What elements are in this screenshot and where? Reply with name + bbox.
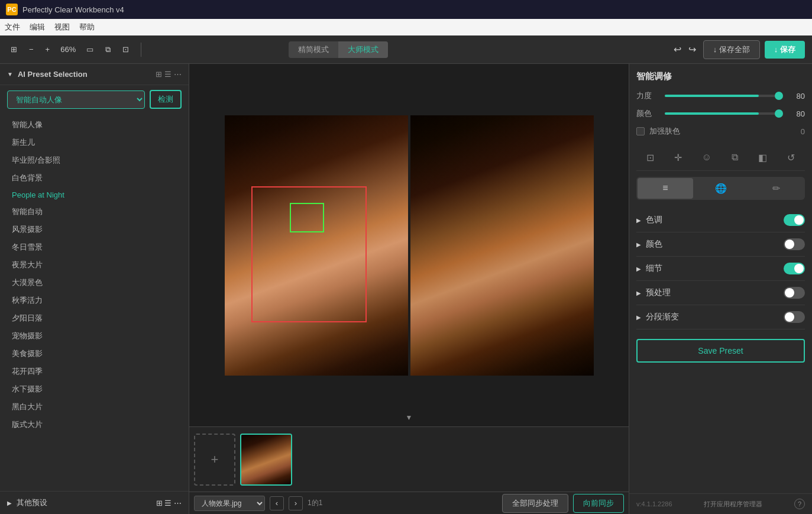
color-track[interactable] [665, 112, 782, 115]
preprocess-toggle[interactable] [784, 287, 805, 299]
detect-button[interactable]: 检测 [150, 90, 182, 109]
toolbar-right: ↩ ↪ ↓ 保存全部 ↓ 保存 [671, 40, 805, 59]
split-view-button[interactable]: ⧉ [102, 43, 114, 57]
tone-toggle[interactable] [784, 214, 805, 226]
sync-all-button[interactable]: 全部同步处理 [502, 494, 568, 513]
compare-view-button[interactable]: ⊡ [119, 43, 132, 56]
preset-item[interactable]: 秋季活力 [0, 292, 189, 309]
tab-globe[interactable]: 🌐 [693, 178, 749, 199]
preset-item[interactable]: 水下摄影 [0, 380, 189, 398]
menu-file[interactable]: 文件 [5, 22, 20, 33]
align-icon[interactable]: ✛ [671, 150, 685, 166]
mode-master-button[interactable]: 大师模式 [338, 41, 388, 58]
section-gradient[interactable]: ▶ 分段渐变 [636, 305, 805, 329]
save-preset-button[interactable]: Save Preset [636, 339, 805, 363]
detail-toggle[interactable] [784, 263, 805, 274]
preset-item[interactable]: 智能人像 [0, 116, 189, 134]
section-color[interactable]: ▶ 颜色 [636, 232, 805, 257]
single-view-button[interactable]: ▭ [83, 43, 97, 56]
mode-simple-button[interactable]: 精简模式 [289, 41, 338, 58]
color-thumb[interactable] [775, 109, 783, 118]
filmstrip-thumb-1[interactable] [240, 434, 292, 486]
version-text: v:4.1.1.2286 [636, 500, 672, 507]
strength-track[interactable] [665, 95, 782, 97]
gradient-toggle-knob [785, 312, 794, 322]
fit-screen-button[interactable]: ⊞ [7, 43, 21, 56]
undo-button[interactable]: ↩ [671, 41, 684, 57]
preset-item[interactable]: 美食摄影 [0, 345, 189, 363]
preset-item[interactable]: 宠物摄影 [0, 327, 189, 345]
file-selector[interactable]: 人物效果.jpg [194, 496, 265, 511]
canvas-area[interactable]: ▼ [189, 64, 629, 426]
add-image-button[interactable]: + [194, 434, 235, 486]
preset-view-icons: ⊞ ☰ ⋯ [156, 70, 182, 79]
open-manager-text[interactable]: 打开应用程序管理器 [704, 500, 762, 509]
next-image-button[interactable]: › [289, 496, 303, 510]
preprocess-toggle-knob [785, 288, 794, 298]
other-list-view-icon[interactable]: ☰ [164, 499, 172, 507]
after-image-panel [410, 115, 594, 376]
more-options-icon[interactable]: ⋯ [174, 70, 182, 79]
section-preprocess[interactable]: ▶ 预处理 [636, 281, 805, 305]
grid-view-icon[interactable]: ⊞ [156, 70, 162, 79]
ai-preset-select[interactable]: 智能自动人像 [7, 90, 145, 109]
preset-item[interactable]: 夕阳日落 [0, 309, 189, 327]
strength-thumb[interactable] [775, 92, 783, 100]
app-icon: PC [6, 4, 18, 15]
thumb-image-1 [241, 435, 291, 484]
tab-sliders[interactable]: ≡ [638, 178, 693, 199]
bottombar: 人物效果.jpg ‹ › 1的1 全部同步处理 向前同步 [189, 492, 629, 514]
other-presets-section[interactable]: ▶ 其他预设 ⊞ ☰ ⋯ [0, 491, 189, 514]
scroll-indicator: ▼ [406, 413, 413, 422]
preset-item[interactable]: 夜景大片 [0, 256, 189, 274]
rotate-icon[interactable]: ↺ [784, 150, 798, 166]
prev-image-button[interactable]: ‹ [270, 496, 284, 510]
other-grid-view-icon[interactable]: ⊞ [156, 499, 163, 507]
preset-item[interactable]: 花开四季 [0, 363, 189, 380]
help-icon[interactable]: ? [794, 499, 805, 509]
before-image [225, 115, 408, 376]
preset-item[interactable]: 冬日雪景 [0, 238, 189, 256]
menu-help[interactable]: 帮助 [79, 22, 95, 33]
preset-item[interactable]: 新生儿 [0, 134, 189, 151]
other-more-icon[interactable]: ⋯ [174, 499, 182, 507]
save-all-button[interactable]: ↓ 保存全部 [703, 40, 760, 59]
section-detail[interactable]: ▶ 细节 [636, 257, 805, 281]
other-presets-collapse-icon: ▶ [7, 500, 12, 506]
preset-item[interactable]: 黑白大片 [0, 398, 189, 416]
zoom-in-button[interactable]: + [42, 43, 54, 56]
section-tone-label: 色调 [646, 215, 784, 225]
crop-icon[interactable]: ⊡ [643, 150, 658, 166]
preset-item[interactable]: 智能自动 [0, 203, 189, 221]
preset-item[interactable]: 毕业照/合影照 [0, 151, 189, 169]
adjust-icon[interactable]: ◧ [755, 150, 771, 166]
section-gradient-triangle: ▶ [636, 314, 641, 321]
preset-item[interactable]: 风景摄影 [0, 221, 189, 238]
menu-view[interactable]: 视图 [54, 22, 70, 33]
version-bar: v:4.1.1.2286 打开应用程序管理器 ? [629, 493, 812, 514]
tab-brush[interactable]: ✏ [748, 178, 804, 199]
preset-item[interactable]: People at Night [0, 187, 189, 203]
preset-item[interactable]: 白色背景 [0, 169, 189, 187]
menu-edit[interactable]: 编辑 [30, 22, 45, 33]
preset-collapse-icon[interactable]: ▼ [7, 71, 13, 77]
preset-item[interactable]: 大漠景色 [0, 274, 189, 292]
zoom-out-button[interactable]: − [25, 43, 37, 56]
left-panel: ▼ AI Preset Selection ⊞ ☰ ⋯ 智能自动人像 检测 智能… [0, 64, 189, 514]
enhance-skin-checkbox[interactable] [636, 127, 645, 135]
section-tone[interactable]: ▶ 色调 [636, 208, 805, 232]
layers-icon[interactable]: ⧉ [728, 150, 742, 166]
gradient-toggle[interactable] [784, 311, 805, 323]
color-toggle[interactable] [784, 238, 805, 250]
save-button[interactable]: ↓ 保存 [765, 41, 805, 59]
enhance-skin-label: 加强肤色 [649, 126, 801, 137]
titlebar: PC Perfectly Clear Workbench v4 [0, 0, 812, 19]
preset-item[interactable]: 版式大片 [0, 416, 189, 434]
face-icon[interactable]: ☺ [698, 150, 715, 166]
redo-button[interactable]: ↪ [686, 41, 698, 57]
list-view-icon[interactable]: ☰ [164, 70, 172, 79]
main-layout: ▼ AI Preset Selection ⊞ ☰ ⋯ 智能自动人像 检测 智能… [0, 64, 812, 514]
sync-forward-button[interactable]: 向前同步 [573, 494, 624, 513]
right-panel-title: 智能调修 [636, 71, 805, 82]
strength-slider-row: 力度 80 [636, 90, 805, 101]
